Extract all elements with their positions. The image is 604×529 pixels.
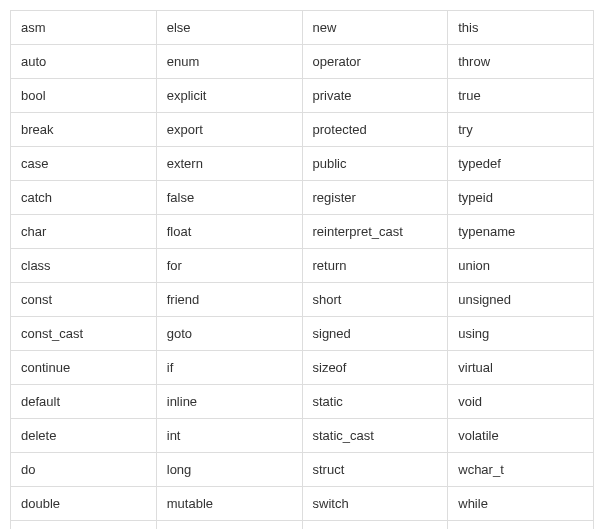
keyword-cell: goto [156,317,302,351]
keyword-cell: case [11,147,157,181]
table-row: deleteintstatic_castvolatile [11,419,594,453]
keyword-cell: return [302,249,448,283]
keyword-cell: extern [156,147,302,181]
keyword-cell: false [156,181,302,215]
table-row: defaultinlinestaticvoid [11,385,594,419]
keyword-cell: class [11,249,157,283]
keyword-cell: protected [302,113,448,147]
keyword-cell: private [302,79,448,113]
keyword-cell: reinterpret_cast [302,215,448,249]
keyword-cell: delete [11,419,157,453]
table-row: autoenumoperatorthrow [11,45,594,79]
keyword-cell: while [448,487,594,521]
keyword-cell: for [156,249,302,283]
table-row: continueifsizeofvirtual [11,351,594,385]
keyword-cell: struct [302,453,448,487]
keywords-table: asmelsenewthisautoenumoperatorthrowboole… [10,10,594,529]
keyword-cell: bool [11,79,157,113]
keyword-cell: throw [448,45,594,79]
keyword-cell: static [302,385,448,419]
table-row: dolongstructwchar_t [11,453,594,487]
keyword-cell: inline [156,385,302,419]
keyword-cell: public [302,147,448,181]
keyword-cell: long [156,453,302,487]
keyword-cell: auto [11,45,157,79]
keyword-cell: mutable [156,487,302,521]
table-row: classforreturnunion [11,249,594,283]
keyword-cell: typeid [448,181,594,215]
keyword-cell: void [448,385,594,419]
keyword-cell: break [11,113,157,147]
keyword-cell: export [156,113,302,147]
keyword-cell: else [156,11,302,45]
keyword-cell: template [302,521,448,530]
keyword-cell: typename [448,215,594,249]
keyword-cell: true [448,79,594,113]
keyword-cell: sizeof [302,351,448,385]
keyword-cell: int [156,419,302,453]
keyword-cell: default [11,385,157,419]
keyword-cell: asm [11,11,157,45]
table-row: constfriendshortunsigned [11,283,594,317]
keyword-cell: new [302,11,448,45]
keyword-cell: volatile [448,419,594,453]
keyword-cell: friend [156,283,302,317]
keyword-cell: try [448,113,594,147]
table-row: const_castgotosignedusing [11,317,594,351]
keyword-cell: using [448,317,594,351]
keyword-cell: switch [302,487,448,521]
keyword-cell: float [156,215,302,249]
keyword-cell: unsigned [448,283,594,317]
keyword-cell: if [156,351,302,385]
keyword-cell: namespace [156,521,302,530]
keyword-cell: wchar_t [448,453,594,487]
keyword-cell [448,521,594,530]
keyword-cell: signed [302,317,448,351]
keyword-cell: register [302,181,448,215]
keyword-cell: dynamic_cast [11,521,157,530]
keyword-cell: enum [156,45,302,79]
keyword-cell: union [448,249,594,283]
keyword-cell: operator [302,45,448,79]
keyword-cell: const [11,283,157,317]
keyword-cell: continue [11,351,157,385]
table-row: catchfalseregistertypeid [11,181,594,215]
keyword-cell: typedef [448,147,594,181]
keyword-cell: explicit [156,79,302,113]
table-row: asmelsenewthis [11,11,594,45]
keyword-cell: short [302,283,448,317]
keywords-table-body: asmelsenewthisautoenumoperatorthrowboole… [11,11,594,530]
keyword-cell: this [448,11,594,45]
keyword-cell: do [11,453,157,487]
keyword-cell: static_cast [302,419,448,453]
keyword-cell: char [11,215,157,249]
table-row: caseexternpublictypedef [11,147,594,181]
table-row: charfloatreinterpret_casttypename [11,215,594,249]
table-row: dynamic_castnamespacetemplate [11,521,594,530]
keyword-cell: virtual [448,351,594,385]
table-row: boolexplicitprivatetrue [11,79,594,113]
keyword-cell: catch [11,181,157,215]
table-row: doublemutableswitchwhile [11,487,594,521]
keyword-cell: double [11,487,157,521]
table-row: breakexportprotectedtry [11,113,594,147]
keyword-cell: const_cast [11,317,157,351]
